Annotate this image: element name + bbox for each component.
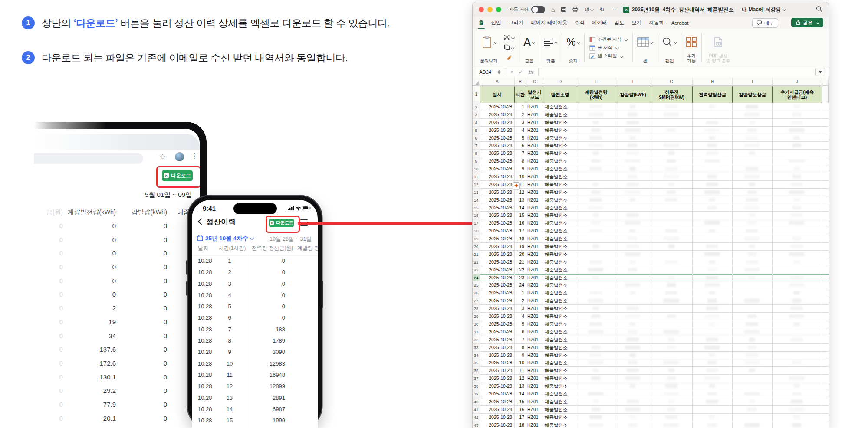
cell[interactable] [577, 251, 615, 258]
name-box[interactable]: AD24 [473, 69, 498, 75]
cell[interactable] [651, 251, 693, 258]
cell[interactable]: 17 [515, 414, 526, 421]
cell[interactable]: 15 [515, 212, 526, 219]
cell[interactable]: 88888 [651, 390, 693, 398]
row-header[interactable]: 33 [473, 344, 480, 352]
row-header[interactable]: 30 [473, 320, 480, 328]
row-header[interactable]: 20 [473, 243, 480, 251]
cell[interactable]: 9 [515, 165, 526, 173]
cell[interactable]: HZ01 [526, 227, 543, 235]
cell[interactable]: 8888 [693, 367, 733, 375]
cell[interactable]: 8888 [693, 243, 733, 251]
row-header[interactable]: 15 [473, 204, 480, 212]
cell[interactable]: 해줌발전소 [543, 165, 577, 173]
cell[interactable]: 888 [577, 344, 615, 352]
cell[interactable]: 23 [515, 274, 526, 282]
cell[interactable]: 888 [615, 173, 651, 181]
more-icon[interactable]: ⋯ [611, 7, 617, 13]
cell[interactable]: 888 [773, 297, 822, 305]
cell[interactable]: 88888 [651, 173, 693, 181]
row-header[interactable]: 39 [473, 390, 480, 398]
cell[interactable]: HZ01 [526, 281, 543, 289]
cell[interactable]: 888 [773, 390, 822, 398]
cell[interactable]: 2025-10-28 [480, 165, 515, 173]
cell[interactable]: 8888 [651, 382, 693, 390]
cell[interactable]: 88 [615, 414, 651, 421]
tab-home[interactable]: 홈 [479, 20, 484, 26]
cell[interactable]: 88888 [773, 313, 822, 320]
cell[interactable]: 4 [515, 313, 526, 320]
cell[interactable] [733, 414, 773, 421]
cell[interactable] [773, 352, 822, 359]
format-as-table-button[interactable]: 표 서식 [589, 45, 628, 51]
cell[interactable]: 88888 [651, 328, 693, 336]
cell[interactable]: 88888 [773, 406, 822, 414]
tab-insert[interactable]: 삽입 [491, 20, 501, 26]
editing-group-button[interactable]: 편집 [659, 31, 680, 64]
cell[interactable]: HZ01 [526, 142, 543, 150]
cell[interactable]: 888 [693, 359, 733, 367]
cell[interactable]: 888 [773, 359, 822, 367]
save-icon[interactable] [561, 7, 566, 13]
cell[interactable]: 1 [515, 103, 526, 111]
cell[interactable]: 14 [515, 204, 526, 212]
cell[interactable]: 8888 [615, 150, 651, 157]
cell[interactable]: 6 [515, 142, 526, 150]
cell[interactable]: 888 [693, 390, 733, 398]
row-header[interactable]: 7 [473, 142, 480, 150]
row-header[interactable]: 8 [473, 150, 480, 157]
cell[interactable]: 888 [733, 313, 773, 320]
cell[interactable]: HZ01 [526, 189, 543, 196]
tab-view[interactable]: 보기 [631, 20, 641, 26]
cell[interactable]: 88888 [693, 251, 733, 258]
cell[interactable]: 8888 [577, 196, 615, 204]
cell[interactable]: 88888 [577, 421, 615, 428]
row-header[interactable]: 6 [473, 134, 480, 142]
cell[interactable]: 해줌발전소 [543, 289, 577, 297]
column-header[interactable]: F [615, 78, 651, 86]
cell[interactable]: 17 [515, 227, 526, 235]
cell[interactable]: 888 [651, 127, 693, 134]
cell[interactable]: 888 [693, 297, 733, 305]
cell[interactable]: 888 [651, 281, 693, 289]
cell[interactable]: 해줌발전소 [543, 227, 577, 235]
cell[interactable]: 19 [515, 243, 526, 251]
cell[interactable]: 해줌발전소 [543, 127, 577, 134]
cell[interactable]: 해줌발전소 [543, 266, 577, 274]
cell[interactable]: HZ01 [526, 243, 543, 251]
cell[interactable]: 88 [773, 382, 822, 390]
row-header[interactable]: 36 [473, 367, 480, 375]
cell[interactable]: 2025-10-28 [480, 421, 515, 428]
select-all-corner[interactable] [473, 78, 480, 86]
cell[interactable]: 2025-10-28 [480, 336, 515, 344]
cell[interactable]: 888 [733, 189, 773, 196]
font-group-button[interactable]: A 글꼴 [520, 31, 538, 64]
cell[interactable]: 8888 [773, 181, 822, 189]
copy-button[interactable] [504, 44, 514, 52]
cell[interactable]: 88888 [615, 375, 651, 382]
cell[interactable]: 888 [651, 313, 693, 320]
cell[interactable]: 해줌발전소 [543, 382, 577, 390]
cell[interactable]: 8888 [693, 336, 733, 344]
cancel-icon[interactable]: × [510, 69, 513, 75]
cell[interactable]: 8888 [773, 274, 822, 282]
cell[interactable]: 2025-10-28 [480, 235, 515, 243]
cell[interactable]: 88888 [693, 157, 733, 165]
cell[interactable]: 해줌발전소 [543, 196, 577, 204]
cell[interactable]: HZ01 [526, 204, 543, 212]
cell[interactable]: 888 [651, 406, 693, 414]
cell[interactable]: HZ01 [526, 289, 543, 297]
back-icon[interactable] [197, 218, 202, 227]
browser-url-bar[interactable] [34, 153, 143, 164]
cell[interactable]: 8888 [615, 181, 651, 189]
cell[interactable]: 888 [577, 375, 615, 382]
cell[interactable]: 8888 [773, 119, 822, 127]
cell[interactable]: 888 [615, 142, 651, 150]
cell[interactable]: 해줌발전소 [543, 320, 577, 328]
sheet-header-cell[interactable]: 발전기 코드 [526, 86, 543, 103]
paste-button[interactable]: 붙여넣기 [477, 31, 500, 64]
row-header[interactable]: 19 [473, 235, 480, 243]
cell[interactable] [651, 352, 693, 359]
cell[interactable]: 4 [515, 127, 526, 134]
cell[interactable]: 88 [773, 165, 822, 173]
